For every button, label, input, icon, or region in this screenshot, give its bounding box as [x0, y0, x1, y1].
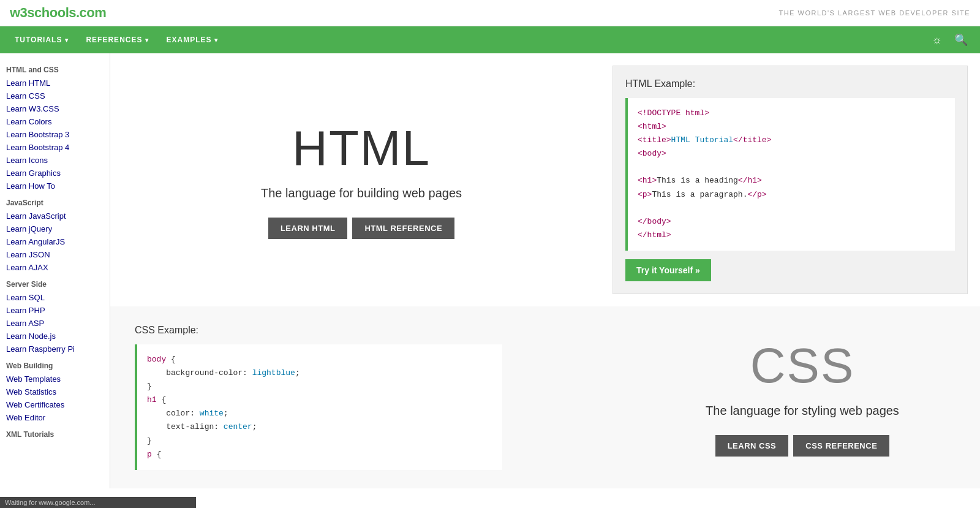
sidebar-link-web-statistics[interactable]: Web Statistics — [0, 385, 110, 398]
sidebar-link-web-editor[interactable]: Web Editor — [0, 411, 110, 424]
html-example-panel: HTML Example: <!DOCTYPE html> <html> <ti… — [612, 66, 968, 294]
learn-html-button[interactable]: LEARN HTML — [268, 218, 348, 239]
css-section: CSS Example: body { background-color: li… — [110, 306, 980, 488]
sidebar-link-learn-json[interactable]: Learn JSON — [0, 248, 110, 261]
sidebar-link-learn-asp[interactable]: Learn ASP — [0, 317, 110, 330]
learn-css-button[interactable]: LEARN CSS — [715, 435, 789, 457]
tagline: THE WORLD'S LARGEST WEB DEVELOPER SITE — [778, 9, 970, 17]
sidebar-link-learn-w3css[interactable]: Learn W3.CSS — [0, 102, 110, 115]
sidebar-link-learn-php[interactable]: Learn PHP — [0, 304, 110, 317]
html-code-box: <!DOCTYPE html> <html> <title>HTML Tutor… — [625, 98, 955, 251]
globe-icon[interactable]: ☼ — [926, 26, 949, 53]
html-reference-button[interactable]: HTML REFERENCE — [352, 218, 454, 239]
nav-references[interactable]: REFERENCES ▾ — [77, 26, 157, 53]
html-hero-buttons: LEARN HTML HTML REFERENCE — [268, 218, 454, 239]
references-dropdown-arrow: ▾ — [145, 37, 149, 44]
css-hero-subtitle: The language for styling web pages — [706, 404, 899, 418]
search-icon[interactable]: 🔍 — [948, 26, 974, 53]
sidebar-link-learn-nodejs[interactable]: Learn Node.js — [0, 330, 110, 343]
sidebar-section-server-side: Server Side — [0, 274, 110, 291]
sidebar-link-learn-icons[interactable]: Learn Icons — [0, 154, 110, 167]
sidebar-section-javascript: JavaScript — [0, 192, 110, 210]
sidebar-link-learn-howto[interactable]: Learn How To — [0, 180, 110, 192]
top-bar: w3schools.com THE WORLD'S LARGEST WEB DE… — [0, 0, 980, 26]
sidebar-link-learn-jquery[interactable]: Learn jQuery — [0, 222, 110, 235]
sidebar-link-learn-colors[interactable]: Learn Colors — [0, 115, 110, 128]
tutorials-dropdown-arrow: ▾ — [65, 37, 69, 44]
html-example-heading: HTML Example: — [625, 78, 955, 89]
sidebar-section-xml: XML Tutorials — [0, 424, 110, 441]
css-example-left: CSS Example: body { background-color: li… — [110, 306, 625, 488]
sidebar-link-learn-css[interactable]: Learn CSS — [0, 89, 110, 102]
sidebar-link-learn-sql[interactable]: Learn SQL — [0, 291, 110, 304]
try-it-yourself-html-button[interactable]: Try it Yourself » — [625, 259, 711, 281]
sidebar-link-web-templates[interactable]: Web Templates — [0, 373, 110, 385]
nav-bar: TUTORIALS ▾ REFERENCES ▾ EXAMPLES ▾ ☼ 🔍 — [0, 26, 980, 53]
logo-text-black: w3schools — [10, 5, 76, 20]
logo[interactable]: w3schools.com — [10, 5, 106, 21]
sidebar-link-learn-ajax[interactable]: Learn AJAX — [0, 261, 110, 274]
css-reference-button[interactable]: CSS REFERENCE — [793, 435, 889, 457]
html-hero-subtitle: The language for building web pages — [261, 186, 462, 200]
logo-text-green: .com — [76, 5, 106, 20]
sidebar-link-learn-angularjs[interactable]: Learn AngularJS — [0, 235, 110, 248]
sidebar-link-web-certificates[interactable]: Web Certificates — [0, 398, 110, 411]
html-hero-left: HTML The language for building web pages… — [110, 53, 612, 306]
css-hero-buttons: LEARN CSS CSS REFERENCE — [715, 435, 890, 457]
css-example-heading: CSS Example: — [135, 325, 600, 336]
sidebar-link-learn-html[interactable]: Learn HTML — [0, 77, 110, 89]
css-hero-right: CSS The language for styling web pages L… — [625, 306, 980, 488]
css-code-box: body { background-color: lightblue; } h1… — [135, 344, 502, 470]
content-area: HTML The language for building web pages… — [110, 53, 980, 488]
examples-dropdown-arrow: ▾ — [214, 37, 218, 44]
html-hero-section: HTML The language for building web pages… — [110, 53, 980, 306]
html-hero-title: HTML — [292, 120, 431, 176]
sidebar-link-learn-bootstrap4[interactable]: Learn Bootstrap 4 — [0, 141, 110, 154]
sidebar-section-web-building: Web Building — [0, 355, 110, 373]
css-hero-title: CSS — [750, 338, 855, 394]
sidebar: HTML and CSS Learn HTML Learn CSS Learn … — [0, 53, 110, 488]
sidebar-link-learn-bootstrap3[interactable]: Learn Bootstrap 3 — [0, 128, 110, 141]
main-layout: HTML and CSS Learn HTML Learn CSS Learn … — [0, 53, 980, 488]
sidebar-section-html-css: HTML and CSS — [0, 59, 110, 77]
sidebar-link-learn-raspberry-pi[interactable]: Learn Raspberry Pi — [0, 343, 110, 355]
nav-examples[interactable]: EXAMPLES ▾ — [157, 26, 227, 53]
sidebar-link-learn-graphics[interactable]: Learn Graphics — [0, 167, 110, 180]
sidebar-link-learn-javascript[interactable]: Learn JavaScript — [0, 210, 110, 222]
nav-tutorials[interactable]: TUTORIALS ▾ — [6, 26, 77, 53]
